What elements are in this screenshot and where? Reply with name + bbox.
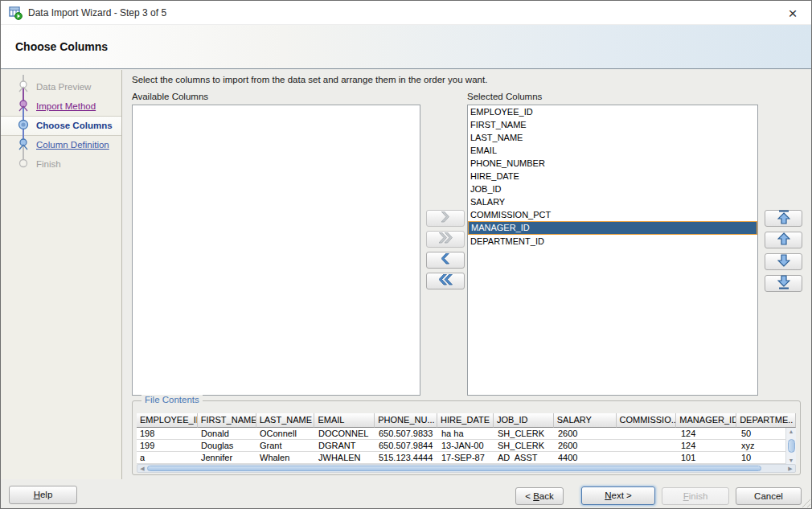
table-cell — [617, 428, 678, 439]
file-contents-table: EMPLOYEE_IDFIRST_NAMELAST_NAMEEMAILPHONE… — [137, 413, 796, 471]
table-cell: 198 — [137, 428, 198, 439]
scroll-down-icon[interactable]: ▼ — [789, 458, 794, 463]
chevron-left-icon — [441, 253, 450, 268]
table-body: 198DonaldOConnellDOCONNEL650.507.9833ha … — [137, 428, 796, 464]
table-cell: SH_CLERK — [494, 428, 555, 439]
step-label: Choose Columns — [36, 121, 113, 130]
step-icon — [17, 99, 30, 117]
table-row[interactable]: aJenniferWhalenJWHALEN515.123.444417-SEP… — [137, 452, 796, 464]
column-list-item[interactable]: EMAIL — [468, 144, 757, 157]
vertical-scrollbar[interactable]: ▲ ▼ — [785, 428, 796, 464]
selected-columns-list[interactable]: EMPLOYEE_IDFIRST_NAMELAST_NAMEEMAILPHONE… — [467, 105, 758, 396]
close-icon[interactable]: × — [784, 5, 802, 23]
table-cell: 199 — [137, 440, 198, 451]
step-icon — [17, 118, 30, 136]
table-cell: 10 — [738, 452, 787, 463]
column-header[interactable]: EMPLOYEE_ID — [137, 413, 198, 428]
move-all-right-button[interactable] — [426, 231, 465, 248]
available-columns-list[interactable] — [132, 105, 420, 396]
step-icon — [17, 157, 30, 174]
horizontal-scrollbar[interactable]: ◀ ▶ — [137, 464, 796, 473]
table-cell: JWHALEN — [315, 452, 375, 463]
table-cell: 4400 — [555, 452, 617, 463]
window-title: Data Import Wizard - Step 3 of 5 — [28, 7, 166, 18]
column-header[interactable]: HIRE_DATE — [437, 413, 494, 428]
sidebar-step-import-method[interactable]: Import Method — [1, 97, 122, 117]
column-list-item[interactable]: FIRST_NAME — [468, 118, 757, 131]
move-to-top-button[interactable] — [765, 210, 802, 227]
step-icon — [17, 138, 30, 155]
file-contents-group: File Contents EMPLOYEE_IDFIRST_NAMELAST_… — [132, 400, 801, 475]
table-row[interactable]: 199DouglasGrantDGRANT650.507.984413-JAN-… — [137, 440, 796, 452]
step-label: Finish — [36, 159, 61, 169]
wizard-step-header: Choose Columns — [1, 25, 811, 69]
step-label: Data Preview — [36, 82, 91, 92]
column-header[interactable]: FIRST_NAME — [198, 413, 256, 428]
column-list-item[interactable]: HIRE_DATE — [468, 170, 757, 183]
table-cell: Jennifer — [198, 452, 256, 463]
column-header[interactable]: MANAGER_ID — [676, 413, 736, 428]
column-list-item[interactable]: COMMISSION_PCT — [468, 208, 757, 221]
column-list-item[interactable]: JOB_ID — [468, 183, 757, 195]
double-chevron-right-icon — [439, 232, 453, 247]
table-cell — [617, 440, 678, 451]
arrow-bottom-icon — [777, 275, 790, 293]
move-all-left-button[interactable] — [426, 273, 465, 289]
move-to-bottom-button[interactable] — [765, 275, 802, 292]
table-cell: 124 — [678, 440, 738, 451]
column-header[interactable]: DEPARTME.. — [736, 413, 796, 428]
column-list-item[interactable]: SALARY — [468, 195, 757, 208]
move-left-button[interactable] — [426, 252, 465, 269]
scroll-left-icon[interactable]: ◀ — [137, 466, 147, 472]
back-button[interactable]: < Back — [515, 487, 564, 505]
table-cell: xyz — [738, 440, 787, 451]
table-cell: Grant — [256, 440, 315, 451]
table-cell: 2600 — [555, 428, 617, 439]
table-cell: DOCONNEL — [315, 428, 375, 439]
column-header[interactable]: EMAIL — [314, 413, 375, 428]
column-list-item[interactable]: DEPARTMENT_ID — [468, 235, 757, 248]
sidebar-step-column-definition[interactable]: Column Definition — [1, 136, 122, 155]
arrow-top-icon — [777, 210, 790, 228]
table-cell: 101 — [678, 452, 738, 463]
cancel-button[interactable]: Cancel — [736, 487, 802, 505]
data-import-icon — [9, 6, 23, 20]
file-contents-label: File Contents — [141, 395, 203, 404]
column-header[interactable]: JOB_ID — [494, 413, 554, 428]
column-header[interactable]: PHONE_NU... — [375, 413, 437, 428]
table-cell: 650.507.9833 — [375, 428, 438, 439]
table-cell: 17-SEP-87 — [438, 452, 494, 463]
table-row[interactable]: 198DonaldOConnellDOCONNEL650.507.9833ha … — [137, 428, 796, 440]
scroll-up-icon[interactable]: ▲ — [789, 429, 794, 434]
table-cell: 50 — [738, 428, 787, 439]
vertical-scrollbar-thumb[interactable] — [788, 439, 795, 453]
scroll-right-icon[interactable]: ▶ — [785, 466, 795, 472]
finish-button[interactable]: Finish — [662, 487, 729, 505]
column-list-item[interactable]: PHONE_NUMBER — [468, 157, 757, 170]
table-cell: DGRANT — [315, 440, 375, 451]
table-cell: 124 — [678, 428, 738, 439]
column-header[interactable]: LAST_NAME — [256, 413, 315, 428]
column-header[interactable]: SALARY — [554, 413, 617, 428]
column-list-item[interactable]: LAST_NAME — [468, 131, 757, 144]
horizontal-scrollbar-thumb[interactable] — [147, 466, 761, 471]
table-cell: 650.507.9844 — [375, 440, 438, 451]
move-right-button[interactable] — [426, 210, 465, 227]
table-header-row: EMPLOYEE_IDFIRST_NAMELAST_NAMEEMAILPHONE… — [137, 413, 796, 428]
move-down-button[interactable] — [765, 253, 802, 270]
column-header[interactable]: COMMISSIO... — [617, 413, 677, 428]
next-button[interactable]: Next > — [581, 486, 655, 505]
step-label: Column Definition — [36, 140, 109, 150]
selected-columns-label: Selected Columns — [467, 92, 542, 101]
move-up-button[interactable] — [765, 232, 802, 248]
help-button[interactable]: Help — [9, 486, 77, 504]
sidebar-step-data-preview: Data Preview — [1, 78, 122, 97]
column-list-item[interactable]: MANAGER_ID — [468, 221, 757, 235]
chevron-right-icon — [441, 211, 450, 226]
table-cell: a — [137, 452, 198, 463]
table-cell — [617, 452, 678, 463]
step-icon — [17, 80, 30, 97]
column-list-item[interactable]: EMPLOYEE_ID — [468, 105, 757, 118]
data-import-wizard-dialog: Data Import Wizard - Step 3 of 5 × Choos… — [0, 0, 812, 509]
table-cell: 2600 — [555, 440, 617, 451]
